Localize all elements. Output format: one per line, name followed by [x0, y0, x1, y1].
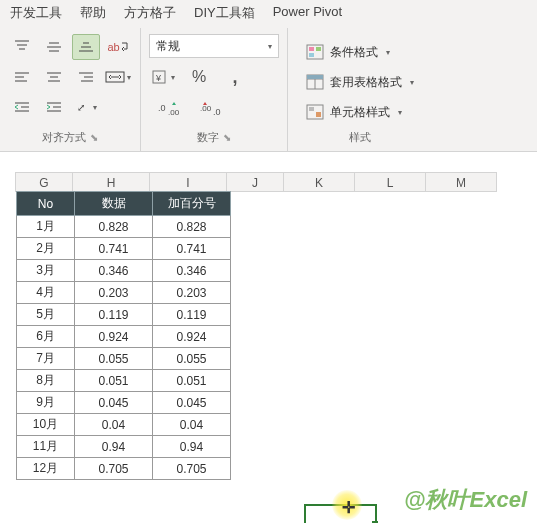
table-row[interactable]: 10月0.040.04 — [17, 414, 231, 436]
table-row[interactable]: 12月0.7050.705 — [17, 458, 231, 480]
table-row[interactable]: 11月0.940.94 — [17, 436, 231, 458]
align-middle-icon[interactable] — [40, 34, 68, 60]
svg-text:.00: .00 — [200, 104, 212, 113]
col-header-L[interactable]: L — [354, 172, 426, 192]
cell[interactable]: 1月 — [17, 216, 75, 238]
accounting-format-button[interactable]: ¥▾ — [149, 64, 177, 90]
table-row[interactable]: 5月0.1190.119 — [17, 304, 231, 326]
percent-format-button[interactable]: % — [185, 64, 213, 90]
cell[interactable]: 9月 — [17, 392, 75, 414]
watermark: @秋叶Excel — [404, 485, 527, 515]
cell[interactable]: 0.346 — [75, 260, 153, 282]
tab-powerpivot[interactable]: Power Pivot — [273, 4, 342, 22]
col-header-K[interactable]: K — [283, 172, 355, 192]
cell[interactable]: 0.828 — [75, 216, 153, 238]
align-bottom-icon[interactable] — [72, 34, 100, 60]
cell[interactable]: 0.203 — [153, 282, 231, 304]
cell[interactable]: 0.055 — [75, 348, 153, 370]
align-top-icon[interactable] — [8, 34, 36, 60]
cell[interactable]: 4月 — [17, 282, 75, 304]
svg-rect-34 — [309, 47, 314, 51]
col-header-G[interactable]: G — [15, 172, 73, 192]
svg-rect-43 — [316, 112, 321, 117]
cell[interactable]: 0.94 — [153, 436, 231, 458]
cell[interactable]: 0.045 — [75, 392, 153, 414]
cell[interactable]: 3月 — [17, 260, 75, 282]
cell[interactable]: 0.828 — [153, 216, 231, 238]
cell[interactable]: 0.051 — [75, 370, 153, 392]
group-styles: 条件格式▾ 套用表格格式▾ 单元格样式▾ 样式 — [288, 28, 432, 151]
cell[interactable]: 0.055 — [153, 348, 231, 370]
svg-text:.0: .0 — [213, 107, 221, 116]
table-row[interactable]: 2月0.7410.741 — [17, 238, 231, 260]
th-no[interactable]: No — [17, 192, 75, 216]
cell[interactable]: 0.04 — [153, 414, 231, 436]
cell[interactable]: 6月 — [17, 326, 75, 348]
merge-cells-button[interactable]: ▾ — [104, 64, 132, 90]
dialog-launcher-icon[interactable]: ⬊ — [90, 132, 98, 143]
cell[interactable]: 7月 — [17, 348, 75, 370]
table-format-button[interactable]: 套用表格格式▾ — [306, 70, 414, 94]
align-right-icon[interactable] — [72, 64, 100, 90]
cell[interactable]: 0.924 — [153, 326, 231, 348]
align-center-icon[interactable] — [40, 64, 68, 90]
table-row[interactable]: 8月0.0510.051 — [17, 370, 231, 392]
cell[interactable]: 0.741 — [153, 238, 231, 260]
cell[interactable]: 2月 — [17, 238, 75, 260]
selected-cell[interactable] — [304, 504, 377, 523]
cell[interactable]: 8月 — [17, 370, 75, 392]
cell-style-icon — [306, 104, 324, 120]
cell-style-button[interactable]: 单元格样式▾ — [306, 100, 414, 124]
tab-ff[interactable]: 方方格子 — [124, 4, 176, 22]
col-header-I[interactable]: I — [149, 172, 227, 192]
ribbon-tabs: 开发工具 帮助 方方格子 DIY工具箱 Power Pivot — [0, 0, 537, 28]
conditional-format-button[interactable]: 条件格式▾ — [306, 40, 414, 64]
cell[interactable]: 12月 — [17, 458, 75, 480]
th-pct[interactable]: 加百分号 — [153, 192, 231, 216]
wrap-text-button[interactable]: ab — [104, 34, 132, 60]
increase-decimal-icon[interactable]: .0.00 — [155, 96, 183, 122]
col-header-M[interactable]: M — [425, 172, 497, 192]
tab-diy[interactable]: DIY工具箱 — [194, 4, 255, 22]
svg-rect-36 — [309, 53, 314, 57]
table-row[interactable]: 6月0.9240.924 — [17, 326, 231, 348]
column-headers: G H I J K L M — [16, 172, 497, 192]
decrease-decimal-icon[interactable]: .00.0 — [197, 96, 225, 122]
data-table[interactable]: No 数据 加百分号 1月0.8280.8282月0.7410.7413月0.3… — [16, 191, 231, 480]
group-number-label: 数字⬊ — [149, 126, 279, 149]
cell[interactable]: 0.04 — [75, 414, 153, 436]
table-row[interactable]: 4月0.2030.203 — [17, 282, 231, 304]
cell[interactable]: 0.705 — [153, 458, 231, 480]
dialog-launcher-icon[interactable]: ⬊ — [223, 132, 231, 143]
cell[interactable]: 0.119 — [153, 304, 231, 326]
th-data[interactable]: 数据 — [75, 192, 153, 216]
cell[interactable]: 0.045 — [153, 392, 231, 414]
tab-dev[interactable]: 开发工具 — [10, 4, 62, 22]
col-header-H[interactable]: H — [72, 172, 150, 192]
cell[interactable]: 0.051 — [153, 370, 231, 392]
orientation-icon[interactable]: ⤢▾ — [72, 94, 100, 120]
cell[interactable]: 11月 — [17, 436, 75, 458]
cell[interactable]: 0.741 — [75, 238, 153, 260]
svg-text:⤢: ⤢ — [77, 102, 85, 113]
col-header-J[interactable]: J — [226, 172, 284, 192]
cell[interactable]: 0.119 — [75, 304, 153, 326]
cell[interactable]: 0.705 — [75, 458, 153, 480]
table-row[interactable]: 7月0.0550.055 — [17, 348, 231, 370]
comma-format-button[interactable]: , — [221, 64, 249, 90]
tab-help[interactable]: 帮助 — [80, 4, 106, 22]
number-format-select[interactable]: 常规▾ — [149, 34, 279, 58]
cell[interactable]: 0.346 — [153, 260, 231, 282]
cell[interactable]: 10月 — [17, 414, 75, 436]
cell[interactable]: 0.94 — [75, 436, 153, 458]
table-row[interactable]: 1月0.8280.828 — [17, 216, 231, 238]
table-row[interactable]: 9月0.0450.045 — [17, 392, 231, 414]
align-left-icon[interactable] — [8, 64, 36, 90]
cell[interactable]: 5月 — [17, 304, 75, 326]
table-row[interactable]: 3月0.3460.346 — [17, 260, 231, 282]
indent-decrease-icon[interactable] — [8, 94, 36, 120]
cell[interactable]: 0.203 — [75, 282, 153, 304]
cell[interactable]: 0.924 — [75, 326, 153, 348]
group-alignment: ab ▾ ⤢▾ 对齐方式⬊ — [0, 28, 141, 151]
indent-increase-icon[interactable] — [40, 94, 68, 120]
